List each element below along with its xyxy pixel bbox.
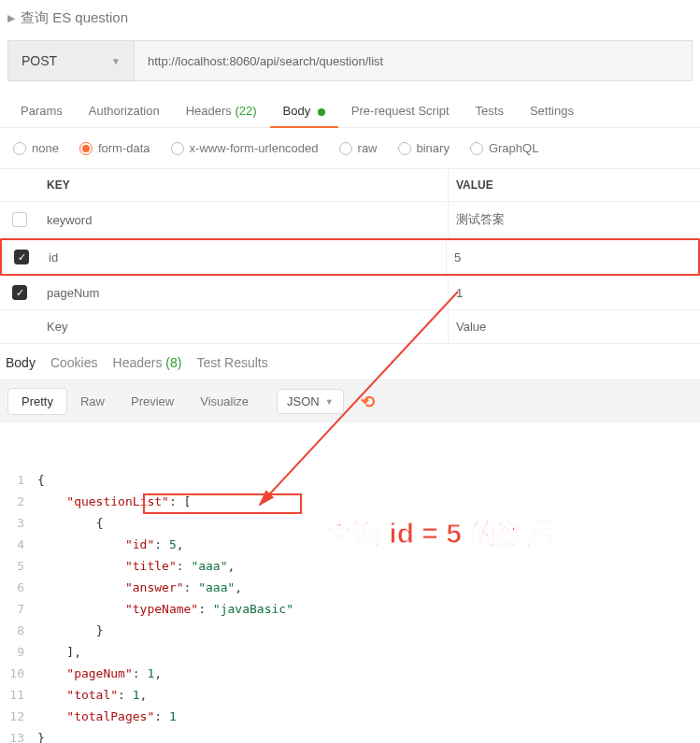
cell-value[interactable]: 1 [448,277,700,309]
method-select[interactable]: POST ▼ [8,41,135,80]
cell-value[interactable]: 测试答案 [448,202,700,237]
status-dot-icon [318,108,325,116]
tab-headers-count: (22) [235,104,256,118]
checkbox-icon[interactable] [12,212,27,227]
request-title: 查询 ES question [21,9,128,27]
response-viewbar: Pretty Raw Preview Visualize JSON ▼ ⟲ [0,380,700,422]
tab-headers-label: Headers [186,104,232,118]
header-key: KEY [39,169,448,201]
code-line: 9 ], [0,642,700,664]
code-line: 8 } [0,621,700,642]
code-line: 5 "title": "aaa", [0,556,700,578]
view-raw[interactable]: Raw [67,389,118,414]
resp-tab-test-results[interactable]: Test Results [196,355,267,370]
radio-graphql[interactable]: GraphQL [470,141,538,155]
resp-tab-body[interactable]: Body [6,355,36,370]
tab-body-label: Body [283,104,311,118]
radio-raw[interactable]: raw [339,141,378,155]
table-row[interactable]: keyword测试答案 [0,202,700,238]
request-tabs: Params Authorization Headers (22) Body P… [0,81,700,128]
placeholder-key[interactable]: Key [39,310,448,343]
tab-headers[interactable]: Headers (22) [173,98,270,127]
cell-value[interactable]: 5 [446,241,698,274]
cell-key[interactable]: pageNum [39,277,448,309]
wrap-lines-icon[interactable]: ⟲ [361,392,375,412]
form-data-table: KEY VALUE keyword测试答案✓id5✓pageNum1 Key V… [0,168,700,344]
collapse-icon: ▶ [7,12,15,24]
table-placeholder-row[interactable]: Key Value [0,310,700,344]
code-line: 1{ [0,470,700,492]
resp-tab-headers[interactable]: Headers (8) [113,355,182,370]
lang-select[interactable]: JSON ▼ [277,389,344,414]
view-pretty[interactable]: Pretty [7,388,67,415]
view-preview[interactable]: Preview [118,389,187,414]
code-line: 13} [0,728,700,743]
url-input[interactable]: http://localhost:8060/api/search/questio… [135,41,692,80]
tab-params[interactable]: Params [7,98,76,127]
table-row[interactable]: ✓id5 [0,238,700,276]
cell-key[interactable]: id [41,241,446,274]
code-line: 6 "answer": "aaa", [0,578,700,599]
chevron-down-icon: ▼ [111,56,121,66]
radio-urlencoded[interactable]: x-www-form-urlencoded [171,141,319,155]
radio-binary[interactable]: binary [398,141,450,155]
code-line: 7 "typeName": "javaBasic" [0,599,700,621]
tab-tests[interactable]: Tests [463,98,517,127]
table-header-row: KEY VALUE [0,169,700,202]
annotation-id-highlight [143,493,302,514]
code-line: 10 "pageNum": 1, [0,664,700,685]
code-line: 2 "questionList": [ [0,492,700,513]
table-row[interactable]: ✓pageNum1 [0,276,700,310]
body-type-radios: none form-data x-www-form-urlencoded raw… [0,128,700,168]
method-label: POST [21,53,57,68]
url-bar: POST ▼ http://localhost:8060/api/search/… [7,40,693,81]
cell-key[interactable]: keyword [39,204,448,236]
view-visualize[interactable]: Visualize [187,389,262,414]
tab-settings[interactable]: Settings [517,98,587,127]
checkbox-icon[interactable]: ✓ [12,285,27,300]
code-line: 11 "total": 1, [0,685,700,707]
placeholder-value[interactable]: Value [448,310,700,343]
resp-tab-cookies[interactable]: Cookies [50,355,98,370]
chevron-down-icon: ▼ [325,397,334,407]
radio-none[interactable]: none [13,141,59,155]
radio-form-data[interactable]: form-data [79,141,150,155]
tab-prerequest[interactable]: Pre-request Script [338,98,463,127]
header-value: VALUE [448,169,700,201]
annotation-text: 查询 id = 5 的数据 [325,515,553,553]
checkbox-icon[interactable]: ✓ [14,250,29,264]
tab-body[interactable]: Body [270,98,338,127]
response-code[interactable]: 1{2 "questionList": [3 {4 "id": 5,5 "tit… [0,422,700,743]
request-title-bar[interactable]: ▶ 查询 ES question [0,0,700,36]
code-line: 12 "totalPages": 1 [0,707,700,728]
tab-authorization[interactable]: Authorization [76,98,173,127]
response-tabs: Body Cookies Headers (8) Test Results [0,344,700,380]
